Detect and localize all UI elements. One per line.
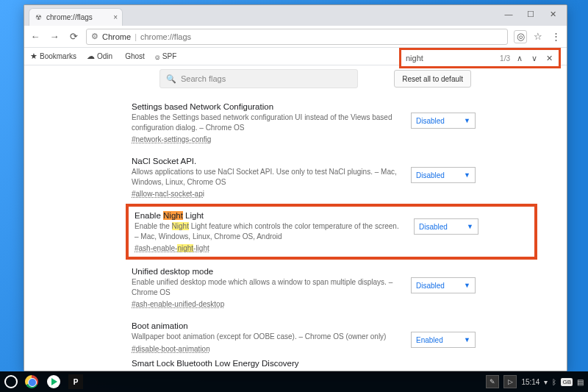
flag-desc: Enable the Night Light feature which con… (135, 221, 401, 241)
flag-title: Enable Night Light (135, 211, 401, 220)
flag-title-cutoff: Smart Lock Bluetooth Low Energy Discover… (132, 359, 531, 368)
chevron-down-icon: ▼ (467, 223, 473, 230)
bookmark-spf[interactable]: ⌾SPF (155, 52, 176, 61)
flag-desc: Wallpaper boot animation (except for OOB… (132, 332, 398, 342)
flag-dropdown[interactable]: Disabled▼ (411, 113, 476, 129)
flag-title: Unified desktop mode (132, 267, 398, 276)
find-close-icon[interactable]: ✕ (544, 54, 554, 63)
tray-time[interactable]: 15:14 (521, 378, 539, 386)
tab-close-icon[interactable]: × (113, 13, 118, 21)
taskbar-chrome-icon[interactable] (24, 374, 40, 390)
bookmarks-label[interactable]: ★Bookmarks (30, 51, 76, 61)
find-next-icon[interactable]: ∨ (529, 54, 539, 63)
window-maximize-icon[interactable]: ☐ (520, 5, 542, 23)
flag-row: Unified desktop mode Enable unified desk… (132, 260, 531, 314)
bookmark-odin[interactable]: ☁Odin (87, 51, 112, 61)
find-prev-icon[interactable]: ∧ (514, 54, 525, 63)
launcher-icon[interactable] (4, 375, 18, 388)
bookmark-ghost[interactable]: Ghost (123, 52, 145, 60)
flag-dropdown[interactable]: Disabled▼ (411, 167, 476, 183)
taskbar-play-icon[interactable] (46, 374, 62, 390)
tray-bluetooth-icon[interactable]: ᛒ (552, 378, 556, 386)
flag-dropdown[interactable]: Enabled▼ (411, 332, 476, 348)
flag-title: Boot animation (132, 321, 398, 330)
find-match: night (177, 244, 193, 252)
flag-desc: Allows applications to use NaCl Socket A… (132, 167, 398, 187)
tray-wifi-icon[interactable]: ▾ (544, 378, 548, 386)
flags-search-input[interactable]: 🔍 Search flags (159, 69, 358, 88)
flag-row: Settings based Network Configuration Ena… (132, 95, 531, 149)
tray-notif-icon[interactable]: ▤ (577, 378, 584, 386)
star-icon[interactable]: ☆ (531, 30, 545, 43)
address-bar[interactable]: ⚙ Chrome | chrome://flags (86, 29, 508, 45)
flag-title: NaCl Socket API. (132, 157, 398, 165)
flag-title: Settings based Network Configuration (132, 102, 398, 111)
chevron-down-icon: ▼ (464, 117, 470, 124)
reload-button[interactable]: ⟳ (67, 30, 80, 43)
taskbar-app-icon[interactable]: P (68, 374, 84, 390)
omnibox-separator: | (135, 32, 137, 41)
omnibox-scheme: Chrome (102, 32, 131, 41)
flag-row: NaCl Socket API. Allows applications to … (132, 149, 531, 204)
reset-all-button[interactable]: Reset all to default (394, 70, 471, 88)
flag-desc: Enable unified desktop mode which allows… (132, 277, 398, 297)
find-count: 1/3 (500, 54, 510, 63)
flag-desc: Enables the Settings based network confi… (132, 113, 398, 132)
browser-tab[interactable]: ☢ chrome://flags × (29, 8, 123, 26)
flag-link[interactable]: #network-settings-config (132, 135, 211, 143)
scheme-icon: ⚙ (91, 32, 98, 41)
find-match: Night (172, 222, 189, 230)
tray-pen-icon[interactable]: ✎ (486, 375, 499, 388)
chevron-down-icon: ▼ (464, 336, 470, 343)
flag-row: Boot animation Wallpaper boot animation … (132, 314, 531, 359)
flag-link[interactable]: #allow-nacl-socket-api (132, 190, 204, 198)
omnibox-path: chrome://flags (140, 32, 191, 41)
menu-icon[interactable]: ⋮ (549, 30, 562, 43)
tab-title: chrome://flags (46, 13, 93, 21)
taskbar: P ✎ ▷ 15:14 ▾ ᛒ GB ▤ (0, 371, 588, 392)
window-close-icon[interactable]: ✕ (542, 5, 564, 23)
flag-dropdown[interactable]: Disabled▼ (411, 277, 476, 293)
flag-link[interactable]: #ash-enable-night-light (135, 244, 209, 252)
find-match-current: Night (163, 211, 183, 220)
tray-lang[interactable]: GB (561, 378, 573, 386)
search-placeholder: Search flags (181, 74, 226, 83)
tab-favicon-icon: ☢ (34, 13, 43, 22)
flag-row-highlighted: Enable Night Light Enable the Night Ligh… (126, 204, 537, 260)
flag-link[interactable]: #disable-boot-animation (132, 345, 210, 353)
find-query[interactable]: night (406, 54, 423, 63)
chevron-down-icon: ▼ (464, 171, 470, 179)
tray-cast-icon[interactable]: ▷ (503, 375, 517, 388)
search-icon: 🔍 (166, 74, 176, 84)
extension-icon[interactable]: ◎ (514, 30, 527, 43)
window-minimize-icon[interactable]: — (498, 5, 520, 23)
chevron-down-icon: ▼ (464, 282, 470, 289)
forward-button[interactable]: → (48, 30, 61, 43)
flag-dropdown[interactable]: Disabled▼ (414, 218, 478, 235)
flag-link[interactable]: #ash-enable-unified-desktop (132, 300, 224, 308)
find-in-page-bar: night 1/3 ∧ ∨ ✕ (399, 48, 561, 68)
back-button[interactable]: ← (29, 30, 42, 43)
